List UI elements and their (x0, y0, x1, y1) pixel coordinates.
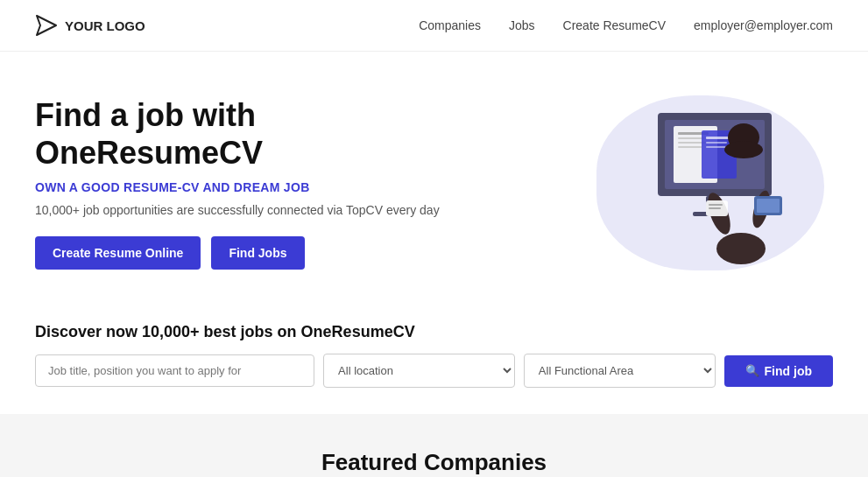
svg-marker-0 (37, 16, 56, 35)
hero-description: 10,000+ job opportunities are successful… (35, 203, 490, 217)
find-jobs-button[interactable]: Find Jobs (211, 236, 304, 270)
find-job-button[interactable]: 🔍 Find job (724, 355, 833, 387)
find-job-label: Find job (765, 364, 812, 378)
search-bar: All location New York Los Angeles Chicag… (35, 354, 833, 388)
svg-point-14 (716, 233, 766, 264)
svg-rect-7 (678, 146, 702, 148)
hero-title: Find a job with OneResumeCV (35, 96, 490, 172)
svg-rect-10 (706, 142, 727, 144)
logo[interactable]: YOUR LOGO (35, 14, 145, 37)
hero-image (588, 87, 833, 279)
nav-companies[interactable]: Companies (419, 18, 481, 32)
svg-rect-22 (709, 207, 721, 209)
navbar: YOUR LOGO Companies Jobs Create ResumeCV… (0, 0, 868, 52)
location-select[interactable]: All location New York Los Angeles Chicag… (323, 354, 515, 388)
svg-rect-21 (709, 204, 723, 206)
featured-section: Featured Companies (0, 414, 868, 477)
search-section-title: Discover now 10,000+ best jobs on OneRes… (35, 323, 833, 341)
hero-content: Find a job with OneResumeCV OWN A GOOD R… (35, 96, 490, 270)
logo-text: YOUR LOGO (65, 18, 145, 33)
hero-buttons: Create Resume Online Find Jobs (35, 236, 490, 270)
featured-title: Featured Companies (35, 449, 833, 476)
svg-rect-5 (678, 137, 704, 139)
functional-area-select[interactable]: All Functional Area Engineering Marketin… (524, 354, 716, 388)
logo-icon (35, 14, 58, 37)
hero-illustration (605, 87, 815, 279)
nav-email: employer@employer.com (694, 18, 833, 32)
search-icon: 🔍 (745, 364, 759, 377)
svg-rect-9 (706, 137, 730, 139)
create-resume-button[interactable]: Create Resume Online (35, 236, 201, 270)
hero-subtitle: OWN A GOOD Resume-CV AND DREAM JOB (35, 180, 490, 194)
svg-point-17 (724, 141, 763, 158)
nav-links: Companies Jobs Create ResumeCV employer@… (419, 18, 833, 32)
job-title-input[interactable] (35, 354, 314, 387)
search-section: Discover now 10,000+ best jobs on OneRes… (0, 305, 868, 414)
svg-rect-24 (757, 199, 780, 213)
hero-section: Find a job with OneResumeCV OWN A GOOD R… (0, 52, 868, 305)
nav-create-resume[interactable]: Create ResumeCV (563, 18, 667, 32)
nav-jobs[interactable]: Jobs (509, 18, 535, 32)
